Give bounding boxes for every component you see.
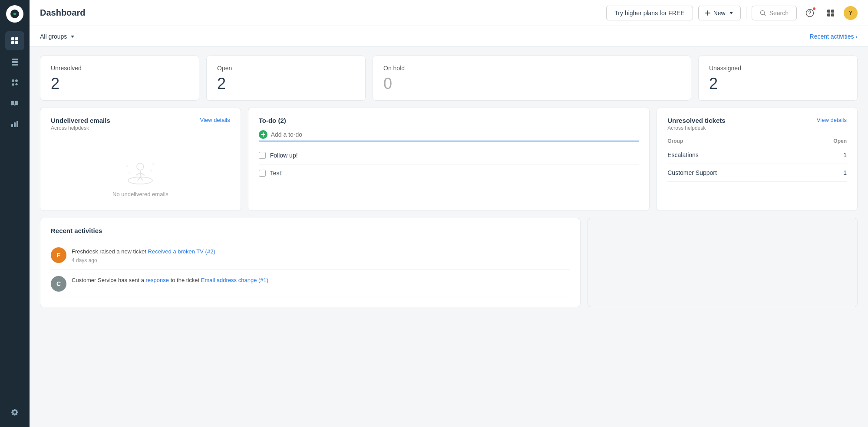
chevron-down-icon bbox=[728, 10, 734, 16]
groups-dropdown[interactable]: All groups bbox=[40, 33, 76, 40]
table-row: Customer Support 1 bbox=[667, 164, 847, 182]
stat-unassigned-value: 2 bbox=[709, 76, 847, 92]
topbar: Dashboard Try higher plans for FREE New … bbox=[30, 0, 868, 26]
marketplace-icon bbox=[826, 9, 835, 17]
activity-item-1: C Customer Service has sent a response t… bbox=[51, 270, 570, 298]
stat-open-label: Open bbox=[217, 65, 355, 72]
undelivered-subtitle: Across helpdesk bbox=[51, 125, 110, 131]
todo-input[interactable] bbox=[271, 131, 639, 138]
todo-checkbox-followup[interactable] bbox=[259, 152, 266, 159]
undelivered-panel: Undelivered emails Across helpdesk View … bbox=[40, 108, 241, 211]
group-open-count: 1 bbox=[809, 146, 847, 164]
svg-point-16 bbox=[137, 163, 144, 170]
recent-section: Recent activities F Freshdesk raised a n… bbox=[40, 218, 858, 307]
stat-unassigned: Unassigned 2 bbox=[698, 56, 858, 101]
stat-unresolved-label: Unresolved bbox=[51, 65, 188, 72]
content-area: Unresolved 2 Open 2 On hold 0 Unassigned… bbox=[30, 47, 868, 427]
recent-activities-link[interactable]: Recent activities › bbox=[810, 33, 858, 40]
undelivered-view-details[interactable]: View details bbox=[200, 117, 230, 123]
user-avatar[interactable]: Y bbox=[844, 6, 858, 20]
activity-text-0: Freshdesk raised a new ticket Received a… bbox=[72, 247, 215, 256]
svg-point-9 bbox=[809, 14, 810, 15]
topbar-divider bbox=[746, 7, 746, 20]
empty-text: No undelivered emails bbox=[112, 191, 168, 197]
recent-activities-panel: Recent activities F Freshdesk raised a n… bbox=[40, 218, 581, 307]
activity-item-0: F Freshdesk raised a new ticket Received… bbox=[51, 241, 570, 270]
notification-dot bbox=[812, 7, 816, 10]
sidebar-item-contacts[interactable] bbox=[5, 73, 24, 92]
svg-rect-10 bbox=[827, 10, 830, 13]
svg-rect-13 bbox=[831, 13, 834, 16]
svg-rect-1 bbox=[11, 37, 14, 40]
col-group-header: Group bbox=[667, 136, 809, 146]
svg-rect-3 bbox=[11, 41, 14, 44]
todo-item-followup-label: Follow up! bbox=[270, 152, 298, 159]
activity-link-0[interactable]: Received a broken TV (#2) bbox=[148, 248, 215, 255]
todo-item-test: Test! bbox=[259, 164, 639, 182]
svg-point-24 bbox=[129, 172, 131, 174]
chevron-down-icon bbox=[69, 33, 76, 39]
unresolved-tickets-subtitle: Across helpdesk bbox=[667, 125, 725, 131]
stat-onhold-value: 0 bbox=[383, 76, 680, 92]
stats-row: Unresolved 2 Open 2 On hold 0 Unassigned… bbox=[40, 56, 858, 101]
sidebar-item-settings[interactable] bbox=[5, 403, 24, 422]
stat-open-value: 2 bbox=[217, 76, 355, 92]
stat-onhold: On hold 0 bbox=[373, 56, 691, 101]
svg-point-21 bbox=[126, 165, 128, 167]
svg-point-22 bbox=[152, 163, 154, 165]
table-row: Escalations 1 bbox=[667, 146, 847, 164]
stat-unresolved: Unresolved 2 bbox=[40, 56, 199, 101]
todo-input-row bbox=[259, 130, 639, 141]
middle-row: Undelivered emails Across helpdesk View … bbox=[40, 108, 858, 211]
unresolved-tickets-title: Unresolved tickets bbox=[667, 117, 725, 124]
marketplace-button[interactable] bbox=[823, 5, 838, 21]
activity-time-0: 4 days ago bbox=[72, 257, 215, 263]
sidebar bbox=[0, 0, 30, 427]
activity-link-1a[interactable]: response bbox=[146, 277, 169, 283]
svg-line-17 bbox=[136, 173, 140, 175]
group-name: Customer Support bbox=[667, 164, 809, 182]
upgrade-button[interactable]: Try higher plans for FREE bbox=[606, 6, 693, 20]
undelivered-header: Undelivered emails Across helpdesk View … bbox=[51, 117, 230, 131]
subheader: All groups Recent activities › bbox=[30, 26, 868, 47]
svg-rect-2 bbox=[15, 37, 18, 40]
todo-add-icon[interactable] bbox=[259, 130, 267, 139]
sidebar-item-reports[interactable] bbox=[5, 115, 24, 134]
todo-checkbox-test[interactable] bbox=[259, 170, 266, 177]
unresolved-tickets-panel: Unresolved tickets Across helpdesk View … bbox=[657, 108, 858, 211]
empty-illustration: No undelivered emails bbox=[51, 134, 230, 202]
plus-icon bbox=[261, 132, 266, 137]
tickets-table: Group Open Escalations 1 Customer Suppor… bbox=[667, 136, 847, 182]
activity-text-1: Customer Service has sent a response to … bbox=[72, 276, 268, 285]
todo-panel: To-do (2) Follow up! Test! bbox=[248, 108, 650, 211]
sidebar-item-tickets[interactable] bbox=[5, 52, 24, 71]
search-icon bbox=[760, 10, 766, 16]
activity-link-1b[interactable]: Email address change (#1) bbox=[201, 277, 268, 283]
group-open-count: 1 bbox=[809, 164, 847, 182]
stat-open: Open 2 bbox=[206, 56, 366, 101]
todo-item-followup: Follow up! bbox=[259, 147, 639, 164]
app-logo[interactable] bbox=[6, 5, 23, 23]
help-button[interactable] bbox=[802, 5, 818, 21]
stat-onhold-label: On hold bbox=[383, 65, 680, 72]
unresolved-header: Unresolved tickets Across helpdesk View … bbox=[667, 117, 847, 131]
new-button[interactable]: New bbox=[698, 6, 741, 20]
svg-rect-4 bbox=[15, 41, 18, 44]
group-name: Escalations bbox=[667, 146, 809, 164]
svg-rect-12 bbox=[827, 13, 830, 16]
unresolved-view-details[interactable]: View details bbox=[817, 117, 847, 123]
sidebar-item-dashboard[interactable] bbox=[5, 31, 24, 50]
recent-activities-title: Recent activities bbox=[51, 227, 570, 234]
plus-icon bbox=[705, 10, 711, 16]
page-title: Dashboard bbox=[40, 8, 601, 18]
activity-avatar-1: C bbox=[51, 276, 66, 292]
svg-line-18 bbox=[140, 173, 145, 175]
svg-rect-11 bbox=[831, 10, 834, 13]
sidebar-item-knowledge[interactable] bbox=[5, 94, 24, 113]
search-button[interactable]: Search bbox=[752, 6, 797, 20]
main-area: Dashboard Try higher plans for FREE New … bbox=[30, 0, 868, 427]
right-panel-placeholder bbox=[587, 218, 858, 307]
empty-state-illustration bbox=[119, 147, 162, 186]
svg-point-23 bbox=[150, 169, 152, 172]
col-open-header: Open bbox=[809, 136, 847, 146]
